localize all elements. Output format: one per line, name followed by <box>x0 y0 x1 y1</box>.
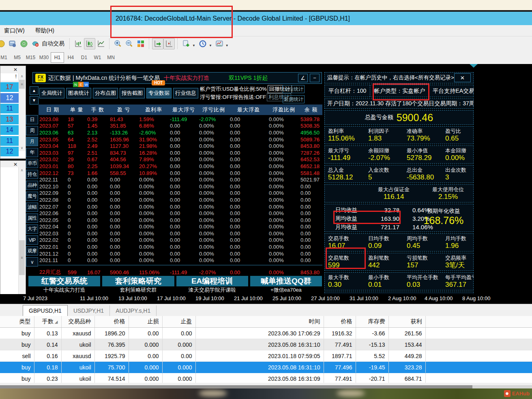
timeframe-M15[interactable]: M15 <box>24 52 37 63</box>
minimize-button[interactable]: − <box>310 74 320 82</box>
stats-row[interactable]: 2022.0900.000.000.00%0.000.00%0.000.00%0… <box>39 190 322 197</box>
symbol-count-cell[interactable]: 17 <box>0 82 19 93</box>
stats-tab-月[interactable]: 月 <box>26 137 38 146</box>
scroll-down-icon[interactable]: ∨ <box>19 145 25 151</box>
chart-scroll-marker-icon[interactable] <box>470 64 478 68</box>
promo-banner[interactable]: 套利策略研究套利策略研究群 <box>102 276 174 294</box>
stats-tab-波幅[interactable]: 波幅 <box>26 203 38 212</box>
stats-row[interactable]: 2022.0400.000.000.00%0.000.00%0.000.00%0… <box>39 224 322 230</box>
scroll-up-icon[interactable]: ∧ <box>19 167 25 173</box>
trades-col-header[interactable]: 止盈 <box>162 316 195 328</box>
stats-tab-单币[interactable]: 单币 <box>26 159 38 168</box>
stats-nav-分布点图[interactable]: 分布点图 <box>93 88 118 98</box>
stats-row[interactable]: 2022.1100.000.000.00%0.000.00%0.000.00%5… <box>39 176 322 183</box>
scrollbar-thumb[interactable]: ≡ <box>19 240 25 275</box>
indicators-icon[interactable] <box>214 38 225 49</box>
symbol-count-cell[interactable]: 11 <box>0 104 19 114</box>
candlestick-chart-icon[interactable] <box>84 38 95 49</box>
stats-tab-日[interactable]: 日 <box>26 115 38 124</box>
title-bar[interactable]: 2016784: DecodeGlobalLtd-Main Server - D… <box>0 12 532 25</box>
symbol-count-cell[interactable]: 12 <box>0 147 19 157</box>
timeframe-H4[interactable]: H4 <box>64 52 77 63</box>
scroll-up-icon[interactable]: ∧ <box>19 73 25 79</box>
timeframe-M5[interactable]: M5 <box>11 52 24 63</box>
trade-row[interactable]: buy0.18ukoil75.7000.0000.0002023.05.08 1… <box>0 362 532 373</box>
stats-nav-报告截图[interactable]: 报告截图 <box>120 88 145 98</box>
stats-row[interactable]: 2023.06632.13-133.26-2.60%0.000.00%0.000… <box>39 129 322 136</box>
line-chart-icon[interactable] <box>95 38 107 49</box>
timeframe-W1[interactable]: W1 <box>91 52 104 63</box>
chart-tab-AUDJPY.s,H1[interactable]: AUDJPY.s,H1 <box>110 305 157 316</box>
stats-row[interactable]: 2021.1100.000.000.00%0.000.00%0.000.00%0… <box>39 257 322 264</box>
stats-row[interactable]: 2022.0200.000.000.00%0.000.00%0.000.00%0… <box>39 237 322 244</box>
scroll-down-button[interactable]: ▼ <box>30 96 39 105</box>
auto-trading-icon[interactable] <box>30 38 41 49</box>
promo-banner[interactable]: EA编程培训漆天交易学院开课啦 <box>176 276 248 294</box>
horizontal-scrollbar-track[interactable] <box>472 385 532 388</box>
stats-row[interactable]: 2023.03972.51834.7316.28%0.000.00%0.000.… <box>39 149 322 156</box>
stats-tab-魔号[interactable]: 魔号 <box>26 192 38 201</box>
timeframe-H1[interactable]: H1 <box>51 52 64 63</box>
stats-row[interactable]: 2022.1000.000.000.00%0.000.00%0.000.00%0… <box>39 183 322 190</box>
auto-trading-label[interactable]: 自动交易 <box>42 40 64 47</box>
stats-row[interactable]: 2022.0100.000.000.00%0.000.00%0.000.00%0… <box>39 243 322 250</box>
bar-chart-icon[interactable] <box>73 38 84 49</box>
scrollbar-thumb[interactable]: ≡ <box>19 80 25 89</box>
stats-row[interactable]: 2023.041182.491127.3021.98%0.000.00%0.00… <box>39 143 322 149</box>
trades-col-header[interactable]: 止损 <box>129 316 162 328</box>
dropdown-caret[interactable]: ▼ <box>225 44 229 47</box>
scrollbar[interactable]: ∧ ≡ ∨ <box>18 167 26 303</box>
chart-tab-GBPUSD,H1[interactable]: GBPUSD,H1 <box>23 305 68 316</box>
angle-tool-button[interactable]: ∠ <box>298 74 308 82</box>
stats-row[interactable]: 2022.0600.000.000.00%0.000.00%0.000.00%0… <box>39 210 322 217</box>
stats-tab-大字[interactable]: 大字 <box>26 224 38 234</box>
stats-nav-全局统计[interactable]: 全局统计 <box>39 88 64 98</box>
stats-row[interactable]: 2021.1200.000.000.00%0.000.00%0.000.00%0… <box>39 250 322 257</box>
stats-tab-∨[interactable]: ∨ <box>26 257 38 267</box>
timeframe-MN[interactable]: MN <box>104 52 118 63</box>
timeframe-M30[interactable]: M30 <box>37 52 51 63</box>
stats-button-返佣统计[interactable]: 返佣统计 <box>283 95 305 103</box>
tile-windows-icon[interactable] <box>135 38 146 49</box>
symbol-count-cell[interactable]: 13 <box>0 115 19 125</box>
trades-col-header[interactable]: 获利 <box>388 316 425 328</box>
chart-tab-USDJPY,H1[interactable]: USDJPY,H1 <box>68 305 110 316</box>
trades-col-header[interactable]: 手数◢ <box>34 316 61 328</box>
timeframe-D1[interactable]: D1 <box>77 52 91 63</box>
symbol-count-cell[interactable]: 14 <box>0 125 19 136</box>
trade-row[interactable]: buy0.13xauusd1896.200.000.002023.06.30 1… <box>0 328 532 339</box>
stats-row[interactable]: 2023.01802.251039.3420.27%0.000.00%0.000… <box>39 163 322 170</box>
stats-row[interactable]: 2022.0300.000.000.00%0.000.00%0.000.00%0… <box>39 230 322 237</box>
dropdown-caret[interactable]: ▼ <box>192 44 195 47</box>
close-icon[interactable]: ✕ <box>13 67 18 73</box>
trades-col-header[interactable]: 价格 <box>324 316 356 328</box>
stats-row[interactable]: 2022.0800.000.000.00%0.000.00%0.000.00%0… <box>39 196 322 203</box>
trades-col-header[interactable]: 价格 <box>94 316 129 328</box>
stats-row[interactable]: 2022.12731.66558.5510.89%0.000.00%0.000.… <box>39 170 322 177</box>
stats-tab-属性[interactable]: 属性 <box>26 213 38 223</box>
zoom-in-icon[interactable] <box>112 38 124 49</box>
scrollbar[interactable]: ∧ ≡ ∨ <box>18 73 26 151</box>
trade-row[interactable]: buy0.14ukoil76.3950.0000.0002023.05.08 1… <box>0 339 532 350</box>
stats-nav-行业信息[interactable]: 行业信息 <box>173 88 198 98</box>
stats-tab-品种[interactable]: 品种 <box>26 181 38 190</box>
zoom-out-icon[interactable] <box>124 38 135 49</box>
trade-row[interactable]: sell0.16xauusd1925.790.000.002023.01.18 … <box>0 350 532 362</box>
symbol-count-cell[interactable]: 12 <box>0 93 19 104</box>
menu-item[interactable]: 窗口(W) <box>4 27 25 34</box>
cut-icon[interactable] <box>0 38 7 49</box>
auto-scroll-icon[interactable] <box>152 38 163 49</box>
stats-row[interactable]: 2023.07571.45351.856.86%0.000.00%0.000.0… <box>39 123 322 130</box>
stats-nav-图表统计[interactable]: 图表统计 <box>66 88 91 98</box>
chart-shift-icon[interactable] <box>163 38 175 49</box>
new-chart-icon[interactable] <box>7 38 18 49</box>
stats-tab-VIP[interactable]: VIP <box>26 235 38 245</box>
stats-row[interactable]: 2022.0700.000.000.00%0.000.00%0.000.00%0… <box>39 203 322 210</box>
left-panel-header[interactable]: ! <box>0 73 18 81</box>
stats-row[interactable]: 2022.0500.000.000.00%0.000.00%0.000.00%0… <box>39 217 322 224</box>
stats-tab-周[interactable]: 周 <box>26 126 38 135</box>
new-order-icon[interactable] <box>180 38 192 49</box>
stats-tab-持仓[interactable]: 持仓 <box>26 170 38 179</box>
stats-tab-年[interactable]: 年 <box>26 148 38 157</box>
dropdown-caret[interactable]: ▼ <box>209 44 212 47</box>
